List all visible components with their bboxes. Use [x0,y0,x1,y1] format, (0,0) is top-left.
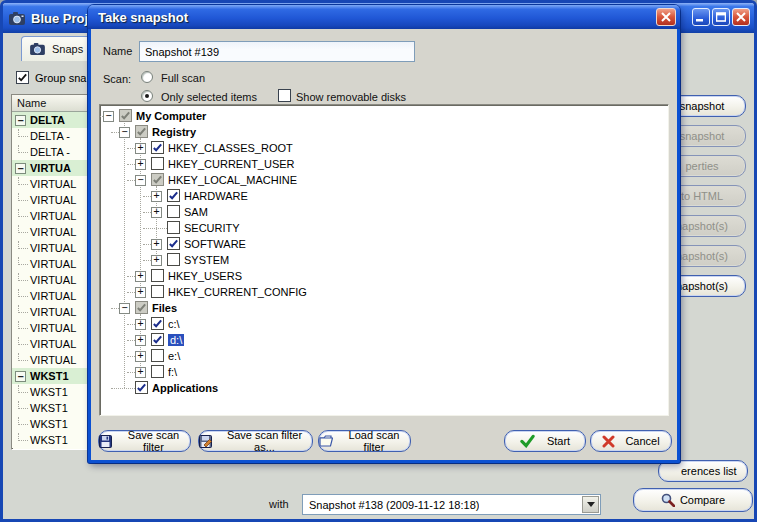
tree-checkbox[interactable] [119,109,132,122]
only-selected-items-radio[interactable] [141,90,153,102]
list-item-label: WKST1 [30,418,68,430]
tree-checkbox[interactable] [135,125,148,138]
tree-checkbox[interactable] [167,237,180,250]
tree-checkbox[interactable] [151,269,164,282]
tree-row[interactable]: +HKEY_CURRENT_USER [100,156,668,172]
save-scan-filter-button[interactable]: Save scan filter [98,430,191,452]
tree-checkbox[interactable] [151,365,164,378]
tree-checkbox[interactable] [151,285,164,298]
collapse-icon[interactable]: − [135,175,146,186]
tree-line [18,225,28,233]
tree-row[interactable]: +HARDWARE [100,188,668,204]
tree-row[interactable]: +HKEY_USERS [100,268,668,284]
tree-node-label[interactable]: HARDWARE [184,190,248,202]
expand-icon[interactable]: + [151,255,162,266]
tab-label: Snaps [52,43,83,55]
expand-icon[interactable]: + [135,351,146,362]
tree-node-label[interactable]: HKEY_LOCAL_MACHINE [168,174,297,186]
list-item-label: VIRTUAL [30,322,76,334]
tree-checkbox[interactable] [151,317,164,330]
tree-row[interactable]: +SYSTEM [100,252,668,268]
tree-node-label[interactable]: SYSTEM [184,254,229,266]
tree-node-label[interactable]: SOFTWARE [184,238,246,250]
tree-node-label[interactable]: Files [152,302,177,314]
tree-row[interactable]: −HKEY_LOCAL_MACHINE [100,172,668,188]
tree-node-label[interactable]: SECURITY [184,222,240,234]
tree-row[interactable]: −Files [100,300,668,316]
compare-with-value: Snapshot #138 (2009-11-12 18:18) [303,499,479,511]
collapse-icon[interactable]: − [119,303,130,314]
tree-row[interactable]: +SOFTWARE [100,236,668,252]
cancel-button[interactable]: Cancel [590,430,672,452]
minimize-button[interactable] [692,8,710,26]
tree-row[interactable]: +HKEY_CURRENT_CONFIG [100,284,668,300]
group-snapshots-option[interactable]: Group sna [16,71,86,84]
tree-checkbox[interactable] [135,301,148,314]
tree-checkbox[interactable] [151,157,164,170]
tree-row[interactable]: −Registry [100,124,668,140]
tree-node-label[interactable]: Applications [152,382,218,394]
start-button[interactable]: Start [504,430,586,452]
collapse-icon[interactable]: − [15,115,26,126]
expand-icon[interactable]: + [135,319,146,330]
collapse-icon[interactable]: − [15,163,26,174]
collapse-icon[interactable]: − [103,111,114,122]
tree-checkbox[interactable] [167,205,180,218]
tree-row[interactable]: +c:\ [100,316,668,332]
tree-checkbox[interactable] [167,221,180,234]
snapshot-name-input[interactable] [139,41,415,62]
tree-node-label[interactable]: d:\ [168,334,184,346]
expand-icon[interactable]: + [151,239,162,250]
tree-node-label[interactable]: f:\ [168,366,177,378]
tree-node-label[interactable]: c:\ [168,318,180,330]
tree-checkbox[interactable] [151,349,164,362]
tree-node-label[interactable]: HKEY_CURRENT_USER [168,158,295,170]
tree-checkbox[interactable] [151,141,164,154]
expand-icon[interactable]: + [135,287,146,298]
check-icon [152,334,163,345]
full-scan-radio[interactable] [141,71,153,83]
tree-node-label[interactable]: Registry [152,126,196,138]
collapse-icon[interactable]: − [15,371,26,382]
group-snapshots-checkbox[interactable] [16,71,29,84]
expand-icon[interactable]: + [135,335,146,346]
differences-list-button[interactable]: erences list [658,460,748,482]
compare-with-dropdown[interactable]: Snapshot #138 (2009-11-12 18:18) [302,494,601,515]
show-removable-disks-checkbox[interactable] [278,89,291,102]
tree-row[interactable]: −My Computer [100,108,668,124]
save-scan-filter-as-button[interactable]: Save scan filter as... [198,430,313,452]
tree-row[interactable]: +f:\ [100,364,668,380]
load-scan-filter-button[interactable]: Load scan filter [318,430,411,452]
dropdown-arrow-icon[interactable] [582,496,599,513]
tree-row[interactable]: +SAM [100,204,668,220]
tree-node-label[interactable]: HKEY_USERS [168,270,242,282]
compare-button[interactable]: Compare [633,488,753,512]
maximize-button[interactable] [712,8,730,26]
tree-checkbox[interactable] [167,189,180,202]
collapse-icon[interactable]: − [119,127,130,138]
expand-icon[interactable]: + [151,207,162,218]
expand-icon[interactable]: + [135,367,146,378]
tree-node-label[interactable]: HKEY_CURRENT_CONFIG [168,286,307,298]
tree-node-label[interactable]: HKEY_CLASSES_ROOT [168,142,293,154]
expand-icon[interactable]: + [135,159,146,170]
tree-row[interactable]: +e:\ [100,348,668,364]
expand-icon[interactable]: + [151,191,162,202]
expand-icon[interactable]: + [135,271,146,282]
tree-node-label[interactable]: SAM [184,206,208,218]
close-button[interactable] [732,8,750,26]
tree-checkbox[interactable] [151,173,164,186]
tree-node-label[interactable]: e:\ [168,350,180,362]
tree-line [111,388,135,389]
tree-checkbox[interactable] [135,381,148,394]
expand-icon[interactable]: + [135,143,146,154]
tree-checkbox[interactable] [167,253,180,266]
tree-checkbox[interactable] [151,333,164,346]
tree-node-label[interactable]: My Computer [136,110,206,122]
tree-row[interactable]: Applications [100,380,668,396]
tree-row[interactable]: +HKEY_CLASSES_ROOT [100,140,668,156]
dialog-close-button[interactable] [656,8,676,26]
tree-line [111,308,119,309]
tree-row[interactable]: +d:\ [100,332,668,348]
tree-row[interactable]: SECURITY [100,220,668,236]
